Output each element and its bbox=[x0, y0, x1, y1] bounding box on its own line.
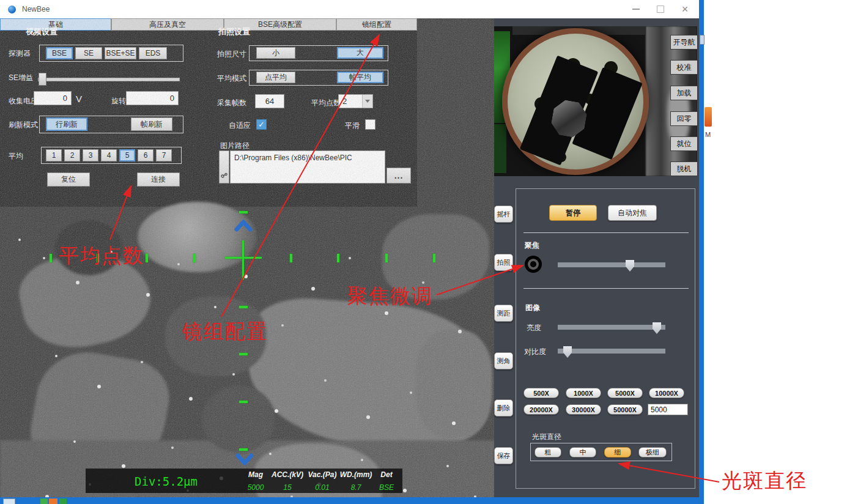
save-button[interactable]: 保存 bbox=[494, 447, 513, 464]
snapshot-button[interactable]: 拍照 bbox=[494, 254, 513, 271]
average-5-button[interactable]: 5 bbox=[119, 149, 135, 161]
detector-bse-button[interactable]: BSE bbox=[46, 47, 73, 59]
mag-20000x-button[interactable]: 20000X bbox=[523, 404, 559, 415]
status-col-det: Det BSE bbox=[374, 470, 399, 492]
browse-button[interactable]: ... bbox=[387, 168, 411, 183]
pause-button[interactable]: 暂停 bbox=[549, 205, 597, 221]
path-tool-button[interactable] bbox=[219, 150, 229, 183]
delete-button[interactable]: 删除 bbox=[494, 399, 513, 417]
scale-tick bbox=[337, 254, 339, 262]
photo-size-small-button[interactable]: 小 bbox=[256, 47, 295, 59]
status-header: WD.(mm) bbox=[338, 470, 374, 479]
crosshair bbox=[242, 240, 244, 280]
open-navigation-button[interactable]: 开导航 bbox=[670, 35, 698, 50]
taskbar-icon[interactable] bbox=[59, 498, 67, 504]
collect-voltage-input[interactable]: 0 bbox=[34, 91, 72, 105]
refresh-mode-label: 刷新模式 bbox=[9, 120, 38, 130]
focus-fine-knob[interactable] bbox=[525, 256, 542, 273]
mag-1000x-button[interactable]: 1000X bbox=[566, 388, 601, 398]
avg-mode-label: 平均模式 bbox=[217, 73, 246, 84]
se-gain-slider-thumb[interactable] bbox=[39, 73, 46, 86]
taskbar-icon[interactable] bbox=[49, 498, 57, 504]
load-button[interactable]: 加载 bbox=[670, 86, 698, 100]
tab-lens-config[interactable]: 镜组配置 bbox=[336, 18, 417, 31]
se-gain-slider-track[interactable] bbox=[38, 78, 180, 81]
reset-button[interactable]: 复位 bbox=[47, 172, 90, 187]
contrast-slider-thumb[interactable] bbox=[563, 346, 572, 358]
maximize-button[interactable] bbox=[651, 4, 670, 15]
measure-angle-button[interactable]: 测角 bbox=[494, 352, 513, 369]
smooth-checkbox[interactable] bbox=[365, 119, 375, 130]
mag-30000x-button[interactable]: 30000X bbox=[566, 404, 601, 415]
brightness-slider-thumb[interactable] bbox=[653, 322, 661, 334]
pan-down-icon[interactable] bbox=[235, 453, 254, 466]
minimize-button[interactable] bbox=[627, 4, 645, 15]
calibrate-button[interactable]: 校准 bbox=[670, 60, 698, 75]
close-button[interactable]: × bbox=[676, 4, 694, 15]
spot-medium-button[interactable]: 中 bbox=[569, 447, 596, 458]
mag-custom-input[interactable]: 5000 bbox=[648, 404, 688, 415]
rotation-input[interactable]: 0 bbox=[126, 91, 179, 105]
close-icon: × bbox=[682, 3, 689, 16]
avg-mode-point-button[interactable]: 点平均 bbox=[256, 72, 295, 83]
desktop-background: M bbox=[704, 0, 847, 504]
mag-500x-button[interactable]: 500X bbox=[523, 388, 559, 398]
image-path-group: D:\Program Files (x86)\NewBee\PIC ... bbox=[219, 150, 411, 183]
spot-extra-fine-button[interactable]: 极细 bbox=[638, 447, 667, 458]
mag-50000x-button[interactable]: 50000X bbox=[607, 404, 643, 415]
taskbar-icon[interactable] bbox=[3, 498, 15, 504]
average-2-button[interactable]: 2 bbox=[64, 149, 80, 161]
divider bbox=[523, 288, 689, 289]
status-header: Mag bbox=[239, 470, 273, 479]
autofocus-button[interactable]: 自动对焦 bbox=[608, 205, 657, 221]
adaptive-checkbox[interactable]: ✓ bbox=[256, 119, 267, 130]
spot-fine-button[interactable]: 细 bbox=[604, 447, 631, 458]
average-1-button[interactable]: 1 bbox=[46, 149, 62, 161]
tab-hv-vacuum[interactable]: 高压及真空 bbox=[111, 18, 224, 31]
average-4-button[interactable]: 4 bbox=[101, 149, 117, 161]
average-6-button[interactable]: 6 bbox=[138, 149, 153, 161]
brightness-slider-track[interactable] bbox=[558, 325, 665, 330]
offline-button[interactable]: 脱机 bbox=[670, 161, 698, 176]
image-path-label: 图片路径 bbox=[220, 141, 250, 151]
avg-mode-frame-button[interactable]: 帧平均 bbox=[337, 72, 383, 83]
refresh-frame-button[interactable]: 帧刷新 bbox=[131, 117, 172, 131]
average-7-button[interactable]: 7 bbox=[156, 149, 172, 161]
in-position-button[interactable]: 就位 bbox=[670, 136, 698, 151]
refresh-line-button[interactable]: 行刷新 bbox=[46, 117, 87, 131]
photo-size-large-button[interactable]: 大 bbox=[337, 47, 383, 59]
video-settings-title: 视频设置 bbox=[26, 26, 57, 37]
taskbar-icon[interactable] bbox=[40, 498, 48, 504]
mag-10000x-button[interactable]: 10000X bbox=[649, 388, 684, 398]
detector-bse-se-button[interactable]: BSE+SE bbox=[105, 47, 136, 59]
sem-image-viewport[interactable]: 基础 高压及真空 BSE高级配置 镜组配置 视频设置 探测器 BSE SE BS… bbox=[0, 18, 494, 497]
spot-coarse-button[interactable]: 粗 bbox=[534, 447, 561, 458]
return-zero-button[interactable]: 回零 bbox=[670, 111, 698, 126]
avg-points-dropdown[interactable]: 2 bbox=[338, 94, 373, 108]
focus-section-label: 聚焦 bbox=[525, 240, 539, 251]
focus-slider-thumb[interactable] bbox=[626, 260, 634, 272]
avg-points-label: 平均点数 bbox=[311, 98, 341, 108]
status-header: ACC.(kV) bbox=[270, 470, 305, 479]
desktop-icon[interactable] bbox=[705, 107, 712, 127]
contrast-slider-track[interactable] bbox=[558, 349, 665, 354]
window-title-bar[interactable]: NewBee × bbox=[0, 0, 699, 18]
scale-tick bbox=[193, 254, 196, 262]
focus-slider-track[interactable] bbox=[558, 262, 665, 267]
frames-input[interactable]: 64 bbox=[255, 94, 284, 108]
measure-distance-button[interactable]: 测距 bbox=[494, 305, 513, 322]
mag-5000x-button[interactable]: 5000X bbox=[607, 388, 643, 398]
pan-up-icon[interactable] bbox=[234, 219, 253, 232]
settings-overlay-panel: 视频设置 探测器 BSE SE BSE+SE EDS SE增益 收集电压 0 V… bbox=[0, 31, 417, 207]
image-path-value[interactable]: D:\Program Files (x86)\NewBee\PIC bbox=[230, 150, 385, 183]
scale-tick bbox=[239, 211, 248, 213]
average-3-button[interactable]: 3 bbox=[83, 149, 98, 161]
taskbar[interactable] bbox=[0, 497, 704, 504]
chevron-down-icon[interactable] bbox=[362, 95, 372, 108]
desktop-strip bbox=[699, 0, 704, 504]
detector-eds-button[interactable]: EDS bbox=[139, 47, 167, 59]
detector-se-button[interactable]: SE bbox=[75, 47, 102, 59]
connect-button[interactable]: 连接 bbox=[137, 172, 180, 187]
detector-label: 探测器 bbox=[9, 48, 31, 59]
joystick-button[interactable]: 摇杆 bbox=[494, 206, 513, 223]
